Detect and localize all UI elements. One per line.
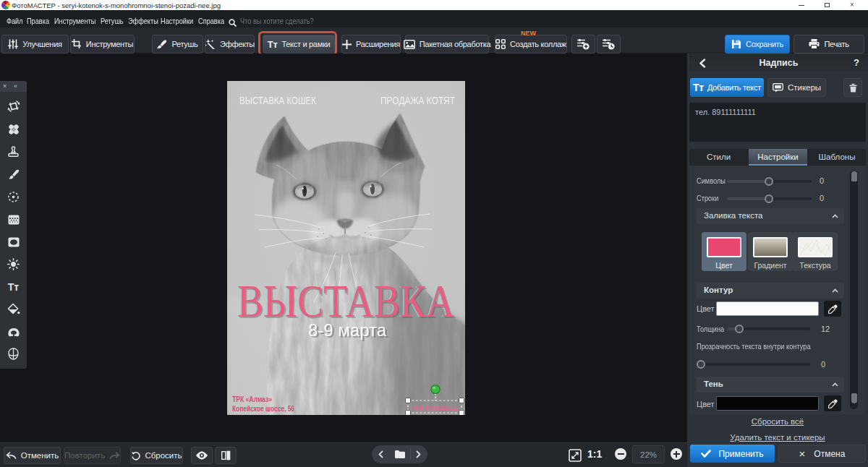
svg-text:‹тел. 89111111111›: ‹тел. 89111111111› — [411, 404, 459, 411]
svg-text:ВЫСТАВКА КОШЕК: ВЫСТАВКА КОШЕК — [239, 94, 316, 106]
svg-text:ПРОДАЖА КОТЯТ: ПРОДАЖА КОТЯТ — [380, 94, 455, 106]
svg-text:ТРК «Алмаз»: ТРК «Алмаз» — [232, 395, 272, 403]
svg-text:Копейское шоссе, 56: Копейское шоссе, 56 — [232, 404, 294, 413]
svg-text:ВЫСТАВКА: ВЫСТАВКА — [237, 276, 454, 327]
svg-text:8-9 марта: 8-9 марта — [308, 321, 386, 340]
